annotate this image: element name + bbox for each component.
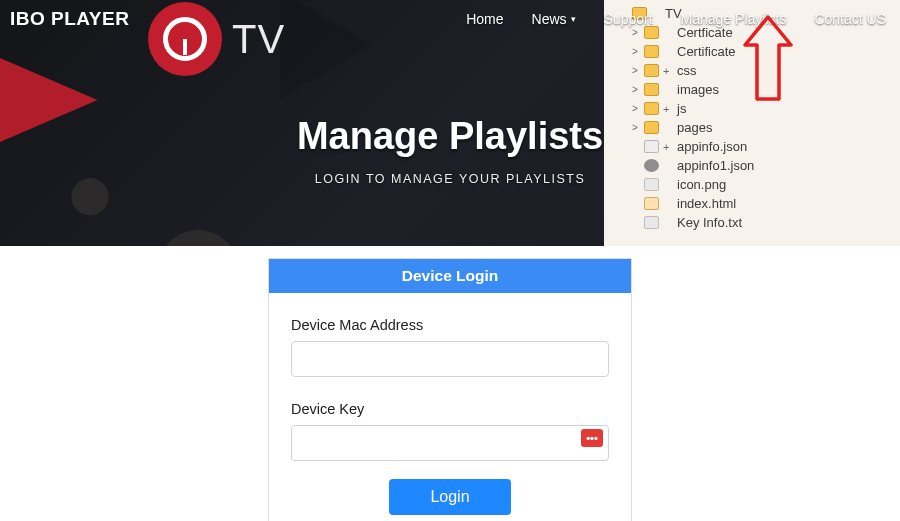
page-title: Manage Playlists <box>297 115 603 158</box>
device-key-group: Device Key ••• <box>291 401 609 461</box>
nav-support[interactable]: Support <box>604 11 653 27</box>
device-key-label: Device Key <box>291 401 609 417</box>
device-key-input[interactable] <box>291 425 609 461</box>
nav-contact[interactable]: Contact US <box>814 11 886 27</box>
mac-address-label: Device Mac Address <box>291 317 609 333</box>
main-nav: Home News▾ Support Manage Playlists Cont… <box>466 11 886 27</box>
nav-manage-playlists[interactable]: Manage Playlists <box>681 11 787 27</box>
chevron-down-icon: ▾ <box>571 14 576 24</box>
card-header: Device Login <box>269 259 631 293</box>
hero: TV>Certficate>Certificate>+css>images>+j… <box>0 0 900 246</box>
device-login-card: Device Login Device Mac Address Device K… <box>268 258 632 521</box>
nav-news[interactable]: News▾ <box>532 11 576 27</box>
mac-address-input[interactable] <box>291 341 609 377</box>
mac-address-group: Device Mac Address <box>291 317 609 377</box>
password-manager-icon[interactable]: ••• <box>581 429 603 447</box>
top-bar: IBO PLAYER Home News▾ Support Manage Pla… <box>0 0 900 38</box>
page-subtitle: LOGIN TO MANAGE YOUR PLAYLISTS <box>315 172 586 186</box>
nav-home[interactable]: Home <box>466 11 503 27</box>
brand-title: IBO PLAYER <box>10 8 129 30</box>
login-button[interactable]: Login <box>389 479 511 515</box>
hero-title-block: Manage Playlists LOGIN TO MANAGE YOUR PL… <box>0 54 900 246</box>
